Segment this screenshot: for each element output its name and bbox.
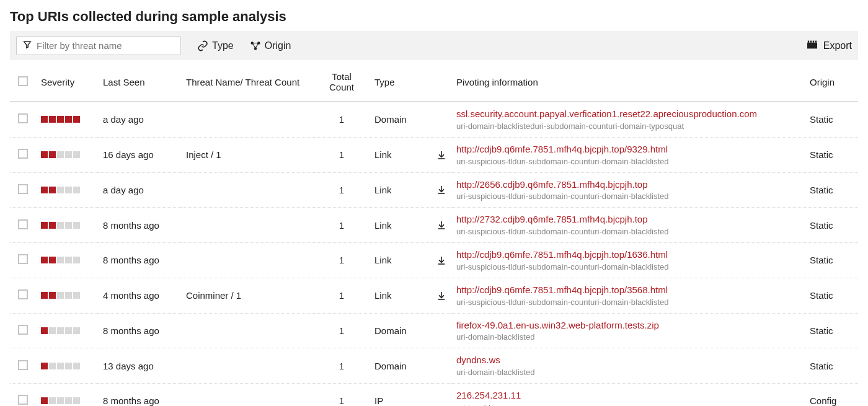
filter-input-wrap[interactable] [16,36,181,55]
col-last-seen[interactable]: Last Seen [98,63,181,102]
origin-cell: Static [805,348,858,384]
origin-cell: Config [805,384,858,407]
type-cell: Link [370,208,432,243]
col-pivot[interactable]: Pivoting information [451,63,805,102]
row-checkbox[interactable] [18,289,28,299]
svg-rect-6 [813,40,814,42]
download-icon[interactable] [436,150,446,160]
pivot-tags: uri-suspicious-tlduri-subdomain-counturi… [456,227,800,236]
type-cell: IP [370,384,432,407]
col-origin[interactable]: Origin [805,63,858,102]
col-type[interactable]: Type [370,63,432,102]
table-row: 13 days ago1Domaindyndns.wsuri-domain-bl… [10,348,858,384]
severity-indicator [41,327,93,334]
row-checkbox[interactable] [18,360,28,370]
last-seen-cell: 4 months ago [98,278,181,313]
pivot-tags: uri-suspicious-tlduri-subdomain-counturi… [456,298,800,307]
row-checkbox[interactable] [18,149,28,159]
row-checkbox[interactable] [18,113,28,123]
network-icon [250,40,261,51]
total-cell: 1 [314,348,370,384]
pivot-url[interactable]: dyndns.ws [456,355,800,366]
svg-rect-4 [808,40,809,42]
pivot-tags: uri-domain-blacklisteduri-subdomain-coun… [456,121,800,131]
download-icon[interactable] [436,185,446,195]
total-cell: 1 [314,137,370,172]
last-seen-cell: a day ago [98,172,181,208]
pivot-url[interactable]: http://2732.cdjb9.q6mfe.7851.mfh4q.bjcpj… [456,214,800,226]
origin-cell: Static [805,102,858,137]
row-checkbox[interactable] [18,395,28,405]
download-icon[interactable] [436,291,446,301]
last-seen-cell: 8 months ago [98,313,181,348]
pivot-tags: uri-domain-blacklisted [456,332,800,342]
pivot-tags: uri-suspicious-tlduri-subdomain-counturi… [456,192,800,201]
threat-cell [181,348,314,384]
pivot-url[interactable]: http://cdjb9.q6mfe.7851.mfh4q.bjcpjh.top… [456,285,800,296]
total-cell: 1 [314,172,370,208]
table-row: a day ago1Domainssl.security.account.pap… [10,102,858,137]
svg-rect-3 [807,42,817,48]
pivot-url[interactable]: firefox-49.0a1.en-us.win32.web-platform.… [456,320,800,332]
type-filter-button[interactable]: Type [197,40,234,51]
pivot-url[interactable]: http://cdjb9.q6mfe.7851.mfh4q.bjcpjh.top… [456,144,800,156]
table-row: 8 months ago1Linkhttp://cdjb9.q6mfe.7851… [10,243,858,278]
type-cell: Domain [370,102,432,137]
origin-filter-button[interactable]: Origin [250,40,291,51]
origin-cell: Static [805,243,858,278]
export-label: Export [823,40,852,51]
total-cell: 1 [314,313,370,348]
severity-indicator [41,363,93,369]
last-seen-cell: a day ago [98,102,181,137]
col-total[interactable]: Total Count [314,63,370,102]
svg-rect-7 [815,40,817,42]
svg-rect-5 [810,40,812,42]
select-all-checkbox[interactable] [18,76,28,86]
col-severity[interactable]: Severity [36,63,98,102]
type-filter-label: Type [212,40,234,51]
link-icon [197,40,208,51]
threat-cell [181,102,314,137]
download-icon[interactable] [436,255,446,265]
filter-icon [23,40,32,51]
origin-cell: Static [805,208,858,243]
row-checkbox[interactable] [18,219,28,229]
type-cell: Link [370,172,432,208]
type-cell: Domain [370,313,432,348]
pivot-url[interactable]: 216.254.231.11 [456,390,800,402]
table-row: 8 months ago1Domainfirefox-49.0a1.en-us.… [10,313,858,348]
threat-cell [181,313,314,348]
type-cell: Link [370,137,432,172]
row-checkbox[interactable] [18,184,28,194]
pivot-url[interactable]: http://2656.cdjb9.q6mfe.7851.mfh4q.bjcpj… [456,179,800,191]
last-seen-cell: 8 months ago [98,208,181,243]
total-cell: 1 [314,208,370,243]
total-cell: 1 [314,102,370,137]
table-row: a day ago1Linkhttp://2656.cdjb9.q6mfe.78… [10,172,858,208]
total-cell: 1 [314,278,370,313]
pivot-url[interactable]: ssl.security.account.papyal.verfication1… [456,108,800,120]
toolbar: Type Origin Export [10,31,858,60]
export-button[interactable]: Export [806,40,852,52]
origin-cell: Static [805,278,858,313]
table-row: 8 months ago1Linkhttp://2732.cdjb9.q6mfe… [10,208,858,243]
threat-cell [181,243,314,278]
last-seen-cell: 8 months ago [98,384,181,407]
pivot-url[interactable]: http://cdjb9.q6mfe.7851.mfh4q.bjcpjh.top… [456,249,800,261]
download-icon[interactable] [436,220,446,230]
threat-cell [181,384,314,407]
filter-input[interactable] [37,40,174,51]
pivot-tags: uri-ip-address [456,403,800,406]
total-cell: 1 [314,243,370,278]
row-checkbox[interactable] [18,325,28,335]
last-seen-cell: 16 days ago [98,137,181,172]
threat-cell: Inject / 1 [181,137,314,172]
severity-indicator [41,187,93,193]
uri-table: Severity Last Seen Threat Name/ Threat C… [10,63,858,406]
col-threat[interactable]: Threat Name/ Threat Count [181,63,314,102]
row-checkbox[interactable] [18,254,28,264]
last-seen-cell: 8 months ago [98,243,181,278]
severity-indicator [41,292,93,299]
severity-indicator [41,151,93,158]
severity-indicator [41,257,93,263]
